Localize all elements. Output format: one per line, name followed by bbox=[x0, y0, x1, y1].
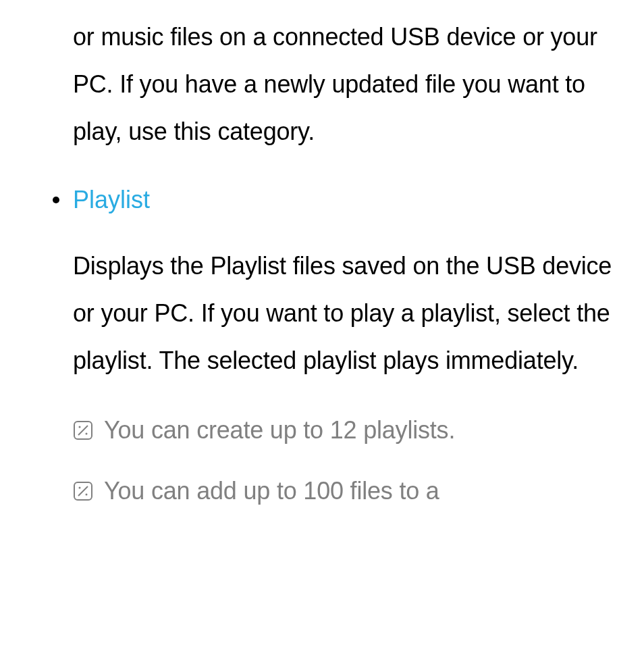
svg-point-7 bbox=[86, 494, 88, 496]
bullet-dot-icon bbox=[53, 197, 59, 203]
note-text-1: You can create up to 12 playlists. bbox=[104, 415, 455, 447]
bullet-title: Playlist bbox=[73, 183, 150, 217]
intro-paragraph: or music files on a connected USB device… bbox=[73, 14, 617, 156]
note-text-2: You can add up to 100 files to a bbox=[104, 476, 439, 507]
note-icon bbox=[73, 481, 93, 501]
playlist-description: Displays the Playlist files saved on the… bbox=[73, 243, 617, 385]
note-row-1: You can create up to 12 playlists. bbox=[73, 415, 617, 447]
svg-point-3 bbox=[86, 432, 88, 434]
note-icon bbox=[73, 420, 93, 440]
svg-point-6 bbox=[79, 487, 81, 489]
bullet-item-playlist: Playlist bbox=[27, 183, 617, 217]
svg-point-2 bbox=[79, 426, 81, 428]
note-row-2: You can add up to 100 files to a bbox=[73, 476, 617, 507]
